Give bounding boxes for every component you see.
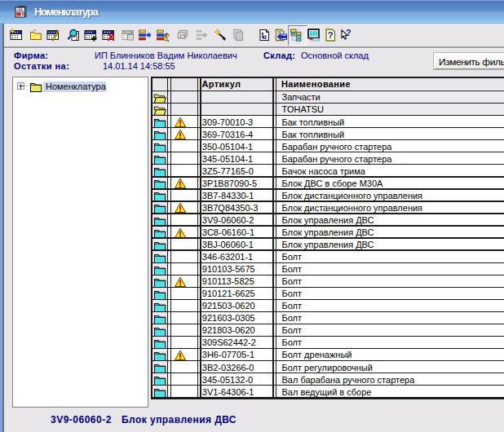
- svg-text:?: ?: [346, 29, 351, 37]
- svg-text:?: ?: [328, 30, 334, 40]
